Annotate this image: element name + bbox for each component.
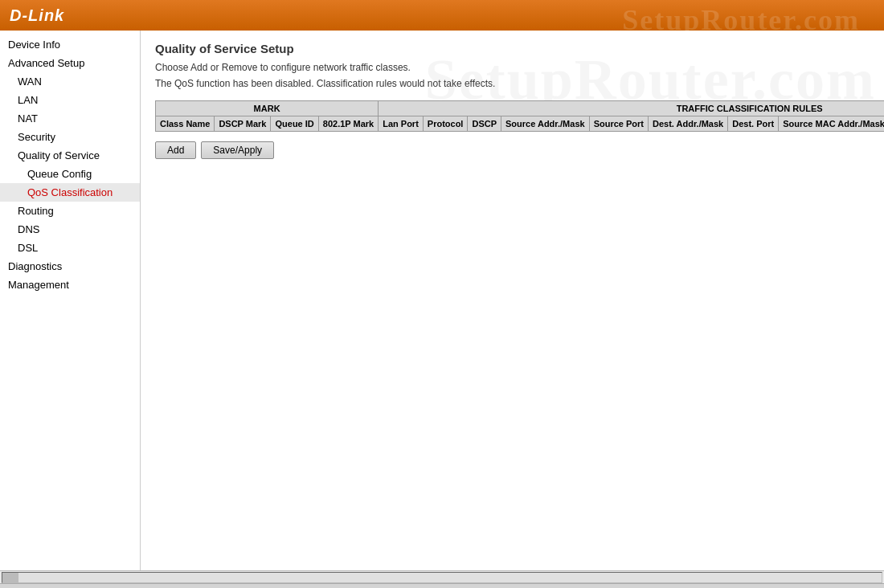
col-header: DSCP Mark	[215, 116, 271, 132]
sidebar-item-quality-of-service[interactable]: Quality of Service	[0, 146, 140, 165]
qos-table: MARK TRAFFIC CLASSIFICATION RULES Class …	[155, 100, 884, 132]
status-bar: Recommend: 800x600 pixels, High Color(16…	[0, 583, 884, 588]
page-title: Quality of Service Setup	[155, 42, 870, 55]
page-description: Choose Add or Remove to configure networ…	[155, 62, 870, 73]
sidebar-item-diagnostics[interactable]: Diagnostics	[0, 257, 140, 276]
scroll-track[interactable]	[2, 572, 882, 583]
sidebar-item-queue-config[interactable]: Queue Config	[0, 165, 140, 183]
sidebar-item-wan[interactable]: WAN	[0, 72, 140, 91]
add-button[interactable]: Add	[155, 141, 196, 159]
sidebar-item-routing[interactable]: Routing	[0, 202, 140, 220]
col-header: Lan Port	[379, 116, 424, 132]
column-header-row: Class NameDSCP MarkQueue ID802.1P MarkLa…	[156, 116, 885, 132]
horizontal-scrollbar[interactable]	[0, 570, 884, 583]
sidebar-item-lan[interactable]: LAN	[0, 91, 140, 109]
sidebar: Device InfoAdvanced SetupWANLANNATSecuri…	[0, 31, 141, 570]
col-header: Source Port	[589, 116, 648, 132]
sidebar-item-dsl[interactable]: DSL	[0, 239, 140, 257]
disabled-notice: The QoS function has been disabled. Clas…	[155, 78, 870, 89]
sidebar-item-qos-classification[interactable]: QoS Classification	[0, 183, 140, 202]
traffic-header: TRAFFIC CLASSIFICATION RULES	[379, 101, 884, 116]
sidebar-item-advanced-setup[interactable]: Advanced Setup	[0, 54, 140, 72]
col-header: Class Name	[156, 116, 215, 132]
col-header: Queue ID	[271, 116, 318, 132]
col-header: Dest. Addr./Mask	[648, 116, 727, 132]
col-header: DSCP	[468, 116, 501, 132]
sidebar-item-device-info[interactable]: Device Info	[0, 35, 140, 54]
button-row: Add Save/Apply	[155, 141, 870, 159]
col-header: Source Addr./Mask	[501, 116, 590, 132]
sidebar-item-nat[interactable]: NAT	[0, 109, 140, 128]
sidebar-item-dns[interactable]: DNS	[0, 220, 140, 239]
col-header: Dest. Port	[728, 116, 779, 132]
sidebar-item-security[interactable]: Security	[0, 128, 140, 146]
main-content: SetupRouter.com Quality of Service Setup…	[141, 31, 884, 570]
sidebar-item-management[interactable]: Management	[0, 276, 140, 294]
col-header: 802.1P Mark	[318, 116, 378, 132]
save-apply-button[interactable]: Save/Apply	[201, 141, 274, 159]
header: D-Link SetupRouter.com	[0, 0, 884, 31]
scroll-thumb[interactable]	[2, 573, 18, 582]
col-header: Protocol	[423, 116, 468, 132]
col-header: Source MAC Addr./Mask	[779, 116, 884, 132]
mark-header: MARK	[156, 101, 379, 116]
dlink-logo: D-Link	[10, 6, 64, 25]
